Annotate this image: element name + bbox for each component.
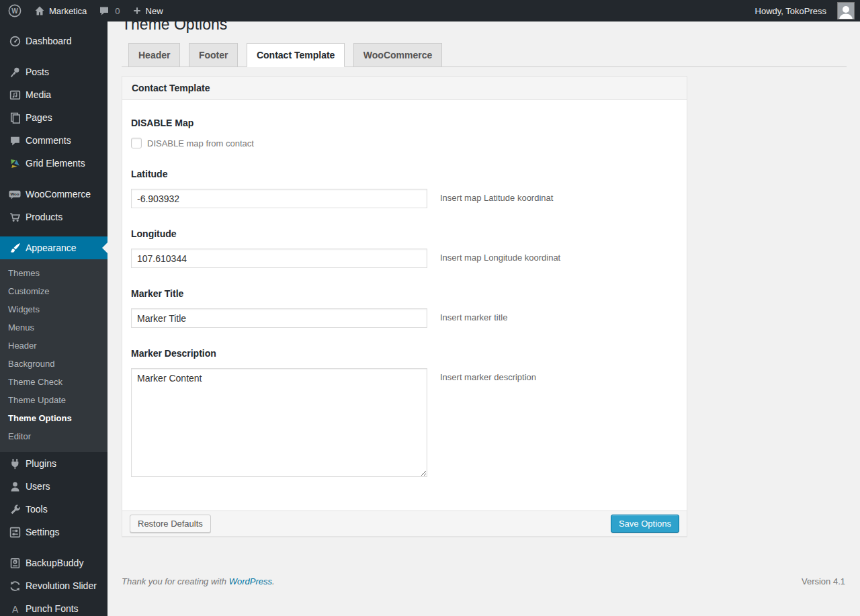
- sidebar-item-settings[interactable]: Settings: [0, 521, 108, 543]
- submenu-item-theme-check[interactable]: Theme Check: [0, 373, 108, 391]
- sidebar-item-label: WooCommerce: [26, 189, 91, 200]
- latitude-input[interactable]: [131, 189, 427, 208]
- longitude-input[interactable]: [131, 249, 427, 268]
- sidebar-item-label: Pages: [26, 112, 52, 123]
- sidebar-item-label: Grid Elements: [26, 158, 85, 169]
- submenu-item-header[interactable]: Header: [0, 337, 108, 355]
- pushpin-icon: [9, 66, 21, 78]
- sidebar-item-users[interactable]: Users: [0, 475, 108, 498]
- save-options-button[interactable]: Save Options: [611, 515, 679, 533]
- plugin-icon: [9, 457, 21, 470]
- comment-bubble-icon: [99, 5, 110, 16]
- page-footer: Thank you for creating with WordPress. V…: [122, 576, 845, 586]
- site-name-menu[interactable]: Marketica: [28, 0, 93, 21]
- footer-thanks-suffix: .: [272, 576, 275, 586]
- marker-title-description: Insert marker title: [440, 308, 507, 322]
- admin-bar: W Marketica 0 New Howdy, TokoPress: [0, 0, 860, 21]
- marker-title-label: Marker Title: [131, 288, 673, 299]
- sidebar-item-woocommerce[interactable]: Woo WooCommerce: [0, 183, 108, 206]
- cart-icon: [9, 211, 21, 223]
- sidebar-item-label: Comments: [26, 135, 71, 146]
- plus-icon: [132, 6, 142, 15]
- submenu-item-background[interactable]: Background: [0, 355, 108, 373]
- longitude-label: Longitude: [131, 228, 673, 239]
- panel-title: Contact Template: [122, 77, 687, 100]
- sidebar-item-punch-fonts[interactable]: A Punch Fonts: [0, 597, 108, 616]
- restore-defaults-button[interactable]: Restore Defaults: [130, 515, 211, 533]
- sidebar-item-dashboard[interactable]: Dashboard: [0, 30, 108, 52]
- new-content-menu[interactable]: New: [126, 0, 169, 21]
- sidebar-item-revolution-slider[interactable]: Revolution Slider: [0, 574, 108, 597]
- sidebar-item-posts[interactable]: Posts: [0, 60, 108, 83]
- submenu-item-themes[interactable]: Themes: [0, 264, 108, 282]
- disable-map-group: DISABLE Map DISABLE map from contact: [131, 118, 673, 148]
- comments-menu[interactable]: 0: [93, 0, 126, 21]
- avatar[interactable]: [837, 2, 855, 19]
- longitude-description: Insert map Longitude koordinat: [440, 249, 560, 263]
- wrench-icon: [9, 503, 21, 515]
- appearance-submenu: Themes Customize Widgets Menus Header Ba…: [0, 259, 108, 452]
- sidebar-item-pages[interactable]: Pages: [0, 106, 108, 129]
- panel-footer: Restore Defaults Save Options: [122, 511, 687, 536]
- latitude-label: Latitude: [131, 169, 673, 179]
- wordpress-logo-icon: W: [8, 4, 22, 17]
- disable-map-checkbox-label: DISABLE map from contact: [147, 138, 254, 148]
- dashboard-icon: [9, 35, 21, 47]
- tab-footer[interactable]: Footer: [189, 43, 239, 67]
- grid-elements-icon: [9, 157, 21, 169]
- svg-text:Woo: Woo: [11, 192, 19, 196]
- tab-contact-template[interactable]: Contact Template: [247, 43, 345, 67]
- user-icon: [9, 480, 21, 492]
- nav-tab-bar: Header Footer Contact Template WooCommer…: [122, 43, 847, 67]
- tab-woocommerce[interactable]: WooCommerce: [353, 43, 442, 67]
- contact-template-panel: Contact Template DISABLE Map DISABLE map…: [122, 76, 687, 537]
- svg-text:W: W: [11, 7, 18, 15]
- sidebar-item-label: Revolution Slider: [26, 580, 97, 591]
- marker-description-description: Insert marker description: [440, 368, 536, 382]
- version-text: Version 4.1: [802, 576, 845, 586]
- sidebar-item-media[interactable]: Media: [0, 83, 108, 106]
- comments-icon: [9, 134, 21, 146]
- wordpress-link[interactable]: WordPress: [229, 576, 272, 586]
- sidebar-item-backupbuddy[interactable]: BackupBuddy: [0, 552, 108, 574]
- submenu-item-theme-options[interactable]: Theme Options: [0, 409, 108, 427]
- sidebar-item-comments[interactable]: Comments: [0, 129, 108, 152]
- sidebar-item-grid-elements[interactable]: Grid Elements: [0, 152, 108, 175]
- disable-map-label: DISABLE Map: [131, 118, 673, 128]
- longitude-group: Longitude Insert map Longitude koordinat: [131, 228, 673, 268]
- sidebar-item-label: Users: [26, 481, 50, 492]
- submenu-item-editor[interactable]: Editor: [0, 427, 108, 445]
- sidebar-item-label: Appearance: [26, 243, 77, 253]
- account-menu[interactable]: Howdy, TokoPress: [749, 0, 832, 21]
- home-icon: [34, 5, 45, 16]
- settings-icon: [9, 526, 21, 538]
- woocommerce-icon: Woo: [9, 188, 21, 200]
- main-content: Theme Options Header Footer Contact Temp…: [108, 0, 860, 595]
- tab-header[interactable]: Header: [128, 43, 180, 67]
- marker-title-input[interactable]: [131, 308, 427, 328]
- sidebar-item-tools[interactable]: Tools: [0, 498, 108, 521]
- sidebar-item-label: Posts: [26, 67, 49, 77]
- wordpress-logo-menu[interactable]: W: [0, 0, 28, 21]
- footer-thanks-prefix: Thank you for creating with: [122, 576, 229, 586]
- latitude-group: Latitude Insert map Latitude koordinat: [131, 169, 673, 208]
- sidebar-item-label: Plugins: [26, 458, 56, 469]
- submenu-item-theme-update[interactable]: Theme Update: [0, 391, 108, 409]
- footer-thanks: Thank you for creating with WordPress.: [122, 576, 275, 586]
- submenu-item-widgets[interactable]: Widgets: [0, 300, 108, 318]
- sidebar-item-products[interactable]: Products: [0, 206, 108, 228]
- pages-icon: [9, 112, 21, 124]
- disable-map-checkbox[interactable]: [131, 138, 142, 148]
- media-icon: [9, 89, 21, 101]
- sidebar-item-plugins[interactable]: Plugins: [0, 452, 108, 475]
- sidebar-item-label: BackupBuddy: [26, 558, 83, 568]
- submenu-item-menus[interactable]: Menus: [0, 318, 108, 337]
- refresh-arrows-icon: [9, 580, 21, 592]
- sidebar-item-appearance[interactable]: Appearance: [0, 236, 108, 259]
- sidebar-item-label: Media: [26, 89, 51, 100]
- marker-description-textarea[interactable]: [131, 368, 427, 477]
- panel-body: DISABLE Map DISABLE map from contact Lat…: [122, 100, 687, 511]
- admin-menu: Dashboard Posts Media Pages Comments Gri…: [0, 21, 108, 616]
- submenu-item-customize[interactable]: Customize: [0, 282, 108, 300]
- sidebar-item-label: Dashboard: [26, 36, 72, 46]
